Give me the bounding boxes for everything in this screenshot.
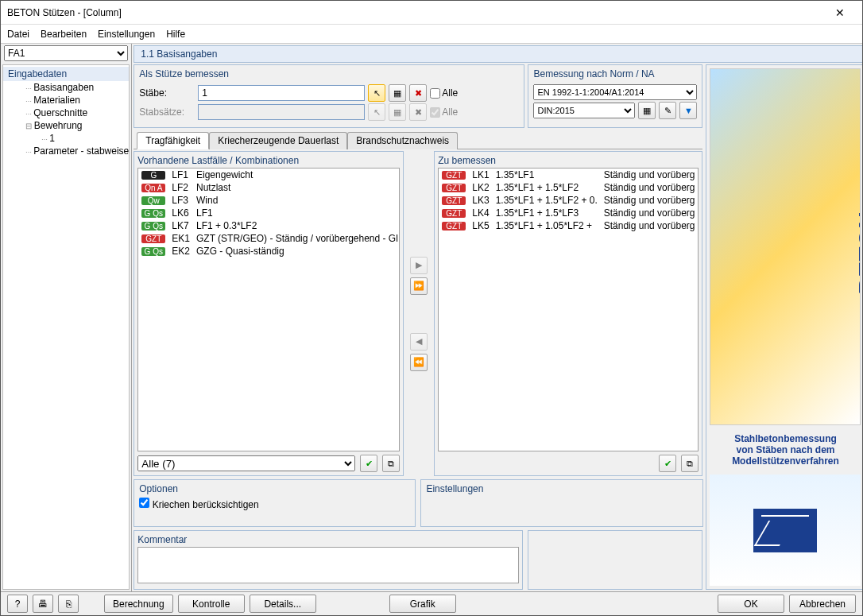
alle-stabsaetze-checkbox: Alle [430, 107, 486, 118]
logo-panel: BETON Stützen Stahlbetonbemessung von St… [706, 64, 863, 590]
table-row[interactable]: GZTLK21.35*LF1 + 1.5*LF2Ständig und vorü… [439, 181, 698, 194]
group-norm-title: Bemessung nach Norm / NA [533, 68, 697, 83]
lc-selected-title: Zu bemessen [438, 155, 699, 168]
case-selector[interactable]: FA1 [4, 45, 128, 61]
stabsaetze-label: Stabsätze: [139, 107, 195, 118]
table-row[interactable]: GZTEK1GZT (STR/GEO) - Ständig / vorüberg… [138, 232, 400, 245]
alle-staebe-checkbox[interactable]: Alle [430, 87, 486, 99]
kontrolle-button[interactable]: Kontrolle [178, 595, 245, 613]
lc-check-icon[interactable]: ✔ [360, 455, 377, 472]
kommentar-title: Kommentar [137, 534, 519, 547]
group-einstellungen: Einstellungen [420, 479, 702, 527]
optionen-title: Optionen [139, 483, 410, 498]
abbrechen-button[interactable]: Abbrechen [789, 595, 856, 613]
lc-group-icon[interactable]: ⧉ [382, 455, 400, 472]
lc-available-list[interactable]: GLF1EigengewichtQn ALF2NutzlastQwLF3Wind… [137, 168, 400, 451]
staebe-label: Stäbe: [139, 87, 195, 99]
nav-tree[interactable]: Eingabedaten Basisangaben Materialien Qu… [2, 64, 130, 590]
table-row[interactable]: GLF1Eigengewicht [138, 169, 400, 181]
tabstrip: Tragfähigkeit Kriecherzeugende Dauerlast… [134, 131, 702, 149]
new-icon[interactable]: ▦ [389, 84, 406, 102]
group-stuetze: Als Stütze bemessen Stäbe: ↖ ▦ ✖ Alle St… [134, 64, 524, 128]
group-optionen: Optionen Kriechen berücksichtigen [134, 479, 416, 527]
lc-group2-icon[interactable]: ⧉ [681, 455, 699, 472]
transfer-arrows: ▶ ⏩ ◀ ⏪ [408, 151, 429, 476]
tab-tragfaehigkeit[interactable]: Tragfähigkeit [137, 132, 209, 149]
table-row[interactable]: G QsLK6LF1 [138, 207, 400, 219]
menu-bearbeiten[interactable]: Bearbeiten [41, 29, 87, 40]
ok-button[interactable]: OK [718, 595, 784, 613]
tree-parameter[interactable]: Parameter - stabweise [3, 145, 129, 157]
logo-vendor [710, 475, 861, 586]
norm-edit-icon[interactable]: ✎ [659, 102, 676, 119]
lc-check2-icon[interactable]: ✔ [659, 455, 676, 472]
tree-querschnitte[interactable]: Querschnitte [3, 107, 129, 119]
table-row[interactable]: G QsEK2GZG - Quasi-ständig [138, 245, 400, 258]
vendor-mark-icon [753, 509, 817, 552]
titlebar: BETON Stützen - [Column] ✕ [1, 1, 862, 25]
bottom-bar: ? 🖶 ⎘ Berechnung Kontrolle Details... Gr… [1, 591, 862, 615]
group-stuetze-title: Als Stütze bemessen [139, 68, 519, 83]
tree-basisangaben[interactable]: Basisangaben [3, 81, 129, 94]
table-row[interactable]: GZTLK41.35*LF1 + 1.5*LF3Ständig und vorü… [439, 207, 698, 219]
new2-icon: ▦ [389, 103, 406, 121]
berechnung-button[interactable]: Berechnung [104, 595, 173, 613]
left-panel: FA1 Eingabedaten Basisangaben Materialie… [1, 44, 132, 591]
na-select[interactable]: DIN:2015 [533, 103, 635, 118]
norm-filter-icon[interactable]: ▼ [679, 102, 697, 119]
move-all-left-icon[interactable]: ⏪ [410, 354, 428, 371]
group-norm: Bemessung nach Norm / NA EN 1992-1-1:200… [528, 64, 702, 128]
table-row[interactable]: G QsLK7LF1 + 0.3*LF2 [138, 219, 400, 232]
right-panel: 1.1 Basisangaben Als Stütze bemessen Stä… [132, 44, 863, 591]
tab-kriechen[interactable]: Kriecherzeugende Dauerlast [209, 132, 347, 149]
pick2-icon: ↖ [368, 103, 385, 121]
lc-available-title: Vorhandene Lastfälle / Kombinationen [137, 155, 400, 168]
loadcases-available: Vorhandene Lastfälle / Kombinationen GLF… [134, 151, 404, 476]
norm-new-icon[interactable]: ▦ [638, 102, 656, 119]
tree-materialien[interactable]: Materialien [3, 94, 129, 107]
tab-brandschutz[interactable]: Brandschutznachweis [347, 132, 458, 149]
menu-einstellungen[interactable]: Einstellungen [98, 29, 155, 40]
group-kommentar-side [528, 530, 702, 590]
move-left-icon[interactable]: ◀ [410, 333, 428, 351]
close-icon[interactable]: ✕ [824, 6, 856, 19]
tree-header[interactable]: Eingabedaten [3, 67, 129, 81]
print-icon[interactable]: 🖶 [33, 595, 53, 613]
lc-filter-select[interactable]: Alle (7) [137, 455, 355, 471]
section-title: 1.1 Basisangaben [134, 45, 863, 63]
table-row[interactable]: QwLF3Wind [138, 194, 400, 207]
staebe-input[interactable] [198, 85, 365, 101]
menubar: Datei Bearbeiten Einstellungen Hilfe [1, 25, 862, 44]
details-button[interactable]: Details... [250, 595, 316, 613]
loadcases-selected: Zu bemessen GZTLK11.35*LF1Ständig und vo… [434, 151, 702, 476]
group-kommentar: Kommentar [134, 530, 523, 590]
grafik-button[interactable]: Grafik [389, 595, 456, 613]
table-row[interactable]: GZTLK51.35*LF1 + 1.05*LF2 +Ständig und v… [439, 219, 698, 232]
help-icon[interactable]: ? [7, 595, 28, 613]
table-row[interactable]: GZTLK31.35*LF1 + 1.5*LF2 + 0.Ständig und… [439, 194, 698, 207]
pick-icon[interactable]: ↖ [368, 84, 385, 102]
export-icon[interactable]: ⎘ [58, 595, 79, 613]
logo-image: BETON Stützen [710, 68, 861, 425]
norm-select[interactable]: EN 1992-1-1:2004/A1:2014 [533, 84, 697, 100]
logo-big-text: BETON [853, 211, 861, 294]
kriechen-checkbox[interactable]: Kriechen berücksichtigen [139, 499, 258, 510]
einstellungen-title: Einstellungen [426, 483, 697, 498]
menu-datei[interactable]: Datei [7, 29, 29, 40]
table-row[interactable]: Qn ALF2Nutzlast [138, 181, 400, 194]
menu-hilfe[interactable]: Hilfe [166, 29, 185, 40]
tree-bewehrung[interactable]: Bewehrung [3, 119, 129, 132]
table-row[interactable]: GZTLK11.35*LF1Ständig und vorüberg [439, 169, 698, 181]
lc-selected-list[interactable]: GZTLK11.35*LF1Ständig und vorübergGZTLK2… [438, 168, 699, 451]
kommentar-input[interactable] [137, 547, 519, 583]
window-title: BETON Stützen - [Column] [7, 7, 824, 18]
move-right-icon[interactable]: ▶ [410, 257, 428, 274]
logo-description: Stahlbetonbemessung von Stäben nach dem … [710, 430, 861, 470]
move-all-right-icon[interactable]: ⏩ [410, 277, 428, 295]
delete2-icon: ✖ [409, 103, 427, 121]
stabsaetze-input [198, 104, 365, 120]
delete-icon[interactable]: ✖ [409, 84, 427, 102]
tree-bewehrung-1[interactable]: 1 [3, 132, 129, 145]
